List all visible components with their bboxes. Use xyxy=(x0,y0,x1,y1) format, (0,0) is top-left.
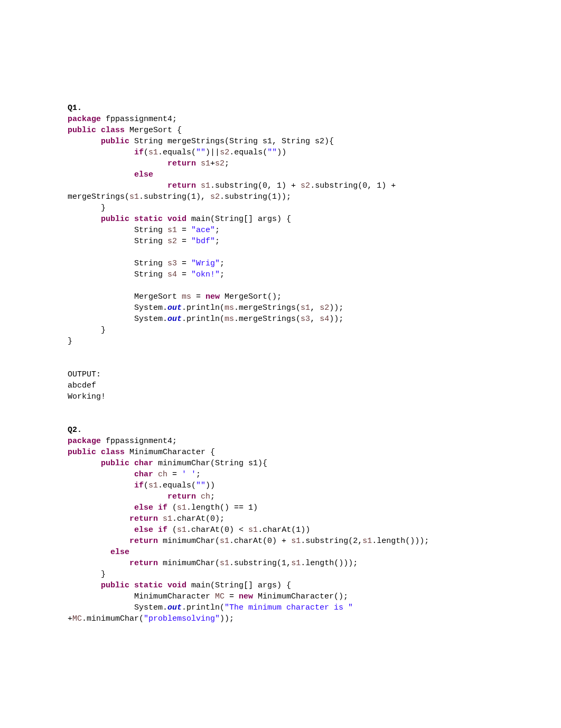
code-token xyxy=(68,492,167,501)
code-token: s2 xyxy=(215,159,225,168)
code-token: ; xyxy=(220,259,225,268)
code-token: s2 xyxy=(167,237,177,246)
code-token: ms xyxy=(182,292,191,301)
code-token xyxy=(196,492,201,501)
code-token: s1 xyxy=(177,526,186,535)
code-token: .charAt(0); xyxy=(172,514,225,523)
code-token: mergeStrings( xyxy=(68,192,129,201)
code-token: ; xyxy=(210,492,215,501)
code-token: ms xyxy=(225,315,234,324)
code-token: } xyxy=(68,204,106,213)
code-token: MergeSort(); xyxy=(220,292,282,301)
code-token xyxy=(68,537,129,546)
code-token: out xyxy=(167,315,182,324)
code-token: } xyxy=(68,570,106,579)
code-token: .minimumChar( xyxy=(82,614,144,623)
code-token: public xyxy=(101,137,129,146)
code-token: "Wrig" xyxy=(191,259,220,268)
code-token: new xyxy=(239,592,253,601)
code-token: MergeSort { xyxy=(125,126,182,135)
code-token: return xyxy=(167,492,196,501)
code-token: ( xyxy=(144,148,148,157)
code-token: + xyxy=(210,159,215,168)
code-token: s1 xyxy=(291,559,301,568)
code-token: else if xyxy=(134,526,167,535)
code-token: + xyxy=(68,614,72,623)
code-token: "ace" xyxy=(191,226,215,235)
code-token: String mergeStrings(String s1, String s2… xyxy=(129,137,334,146)
code-token: .charAt(0) < xyxy=(186,526,248,535)
code-token: )) xyxy=(277,148,286,157)
code-token: ; xyxy=(220,270,225,279)
question-2-heading: Q2. xyxy=(68,426,82,435)
code-token xyxy=(68,170,134,179)
code-token: = xyxy=(167,470,182,479)
code-token: s3 xyxy=(301,315,310,324)
code-token: = xyxy=(177,226,191,235)
code-token: s1 xyxy=(201,181,210,190)
code-token: , xyxy=(310,315,320,324)
code-token: String xyxy=(68,237,167,246)
code-token: package xyxy=(68,115,101,124)
code-token: ' ' xyxy=(182,470,196,479)
code-token: else if xyxy=(134,503,167,512)
code-token: ; xyxy=(196,470,201,479)
code-token: System. xyxy=(68,315,167,324)
code-token: )) xyxy=(205,481,215,490)
code-token: .substring(0, 1) + xyxy=(210,181,301,190)
code-token: = xyxy=(177,259,191,268)
code-token: s1 xyxy=(301,303,310,312)
code-token: public char xyxy=(101,459,153,468)
code-token: .equals( xyxy=(158,481,196,490)
code-token: s1 xyxy=(291,537,301,546)
code-token xyxy=(68,181,167,190)
output-line: Working! xyxy=(68,392,106,401)
code-token: s1 xyxy=(248,526,258,535)
code-token xyxy=(196,181,201,190)
code-token: String xyxy=(68,259,167,268)
code-token: } xyxy=(68,326,106,335)
code-token: ; xyxy=(215,226,220,235)
code-token xyxy=(68,548,110,557)
code-token: new xyxy=(205,292,220,301)
code-token: out xyxy=(167,603,182,612)
code-token: s1 xyxy=(129,192,139,201)
code-token: s2 xyxy=(220,148,229,157)
code-token: )|| xyxy=(205,148,220,157)
code-token: "bdf" xyxy=(191,237,215,246)
code-token: s2 xyxy=(320,303,329,312)
code-token: s2 xyxy=(210,192,220,201)
code-token: if xyxy=(134,481,144,490)
code-token xyxy=(68,470,134,479)
code-token xyxy=(68,459,101,468)
code-token: main(String[] args) { xyxy=(186,581,291,590)
code-token xyxy=(68,559,129,568)
code-token: .substring(1), xyxy=(139,192,210,201)
code-token: = xyxy=(177,270,191,279)
code-token: fppassignment4; xyxy=(101,115,177,124)
code-token: minimumChar( xyxy=(158,537,220,546)
code-token: ( xyxy=(167,526,177,535)
code-token: s1 xyxy=(177,503,186,512)
code-token: .equals( xyxy=(158,148,196,157)
code-token: public static void xyxy=(101,215,186,224)
code-token: .println( xyxy=(182,303,225,312)
code-token: char xyxy=(134,470,153,479)
code-token: "The minimum character is " xyxy=(225,603,353,612)
code-token xyxy=(68,159,167,168)
code-token: minimumChar( xyxy=(158,559,220,568)
code-token: public class xyxy=(68,448,125,457)
code-token xyxy=(68,503,134,512)
code-token xyxy=(68,137,101,146)
code-token: ; xyxy=(225,159,229,168)
code-token: System. xyxy=(68,603,167,612)
code-token: MinimumCharacter(); xyxy=(253,592,348,601)
code-token: .length())); xyxy=(372,537,429,546)
code-token: ms xyxy=(225,303,234,312)
code-token: ( xyxy=(144,481,148,490)
code-token xyxy=(68,481,134,490)
code-token: String xyxy=(68,226,167,235)
code-token xyxy=(153,470,158,479)
code-block-q1: package fppassignment4; public class Mer… xyxy=(68,115,396,346)
code-token: MC xyxy=(215,592,225,601)
